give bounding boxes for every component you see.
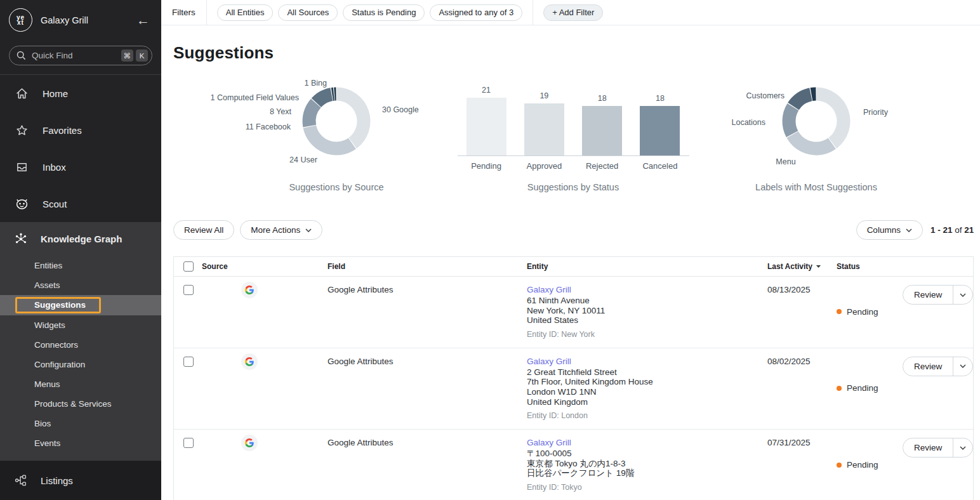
- status-cell: Pending: [837, 277, 894, 348]
- table-row: Google Attributes Galaxy Grill 〒100-0005…: [174, 430, 973, 500]
- knowledge-graph-section: Knowledge Graph EntitiesAssetsSuggestion…: [0, 222, 161, 461]
- donut-slice-other[interactable]: [811, 94, 816, 95]
- filter-chip-assigned-to-any-of-3[interactable]: Assigned to any of 3: [430, 4, 522, 21]
- pagination-of: of: [955, 225, 962, 235]
- address-line: 61 Ninth Avenue: [527, 296, 767, 306]
- sidebar-item-events[interactable]: Events: [0, 433, 161, 453]
- sidebar-item-favorites[interactable]: Favorites: [0, 112, 161, 148]
- sidebar-item-menus[interactable]: Menus: [0, 374, 161, 394]
- field-cell: Google Attributes: [328, 430, 527, 500]
- review-button[interactable]: Review: [903, 438, 953, 457]
- column-header-last-activity[interactable]: Last Activity: [767, 262, 837, 271]
- sidebar-item-widgets[interactable]: Widgets: [0, 315, 161, 335]
- sidebar-item-configuration[interactable]: Configuration: [0, 355, 161, 374]
- sidebar-item-suggestions[interactable]: Suggestions: [0, 295, 161, 315]
- sidebar-item-scout[interactable]: Scout: [0, 185, 161, 222]
- account-name: Galaxy Grill: [41, 15, 136, 25]
- more-actions-button[interactable]: More Actions: [240, 220, 322, 240]
- entity-link[interactable]: Galaxy Grill: [527, 285, 767, 294]
- status-cell: Pending: [837, 348, 894, 429]
- row-checkbox[interactable]: [183, 285, 194, 295]
- sidebar-item-assets[interactable]: Assets: [0, 275, 161, 295]
- address-line: 7th Floor, United Kingdom House: [527, 377, 767, 387]
- sidebar-item-entities[interactable]: Entities: [0, 256, 161, 275]
- status-dot-icon: [837, 463, 842, 468]
- sidebar-item-inbox[interactable]: Inbox: [0, 148, 161, 185]
- sidebar-item-connectors[interactable]: Connectors: [0, 335, 161, 355]
- quick-find-input[interactable]: Quick Find ⌘ K: [9, 46, 152, 65]
- row-checkbox[interactable]: [183, 438, 194, 448]
- donut-label-bing: 1 Bing: [305, 79, 327, 88]
- sidebar-item-label: Favorites: [43, 125, 82, 136]
- sidebar-item-label: Knowledge Graph: [41, 234, 122, 244]
- table-row: Google Attributes Galaxy Grill 61 Ninth …: [174, 277, 973, 348]
- columns-label: Columns: [867, 225, 901, 235]
- review-button[interactable]: Review: [903, 357, 953, 376]
- google-source-icon: [241, 353, 258, 370]
- field-cell: Google Attributes: [328, 348, 527, 429]
- listings-icon: [14, 473, 28, 487]
- review-all-button[interactable]: Review All: [173, 220, 234, 240]
- bar-pending[interactable]: [467, 98, 507, 155]
- donut-slice-user[interactable]: [310, 127, 352, 148]
- donut-slice-menu[interactable]: [793, 135, 832, 148]
- filter-chip-all-sources[interactable]: All Sources: [278, 4, 338, 21]
- suggestions-table: Source Field Entity Last Activity Status…: [173, 256, 974, 500]
- entity-link[interactable]: Galaxy Grill: [527, 357, 767, 366]
- review-dropdown-icon[interactable]: [953, 438, 972, 457]
- row-checkbox[interactable]: [183, 357, 194, 367]
- status-text: Pending: [847, 383, 878, 393]
- entity-address: 61 Ninth AvenueNew York, NY 10011United …: [527, 296, 767, 326]
- columns-button[interactable]: Columns: [856, 220, 923, 240]
- status-text: Pending: [847, 307, 878, 317]
- donut-slice-customers[interactable]: [793, 95, 811, 107]
- pagination-total: 21: [964, 225, 974, 235]
- bar-category-label: Rejected: [586, 161, 618, 171]
- address-line: 2 Great Titchfield Street: [527, 367, 767, 378]
- google-source-icon: [241, 282, 258, 298]
- donut-label-facebook: 11 Facebook: [246, 122, 291, 131]
- sidebar-item-listings[interactable]: Listings: [0, 461, 161, 500]
- sidebar-item-knowledge-graph[interactable]: Knowledge Graph: [0, 222, 161, 256]
- select-all-checkbox[interactable]: [183, 261, 194, 272]
- sidebar-item-products-services[interactable]: Products & Services: [0, 394, 161, 414]
- entity-id: Entity ID: New York: [527, 330, 767, 339]
- review-dropdown-icon[interactable]: [953, 357, 972, 376]
- yext-logo[interactable]: ye xt: [9, 8, 32, 32]
- chevron-down-icon: [305, 228, 312, 232]
- bar-category-label: Canceled: [642, 161, 677, 171]
- sidebar-item-bios[interactable]: Bios: [0, 414, 161, 433]
- add-filter-button[interactable]: + Add Filter: [543, 4, 603, 21]
- address-line: London W1D 1NN: [527, 387, 767, 397]
- entity-address: 2 Great Titchfield Street7th Floor, Unit…: [527, 367, 767, 407]
- bar-rejected[interactable]: [582, 106, 622, 155]
- donut-slice-facebook[interactable]: [309, 103, 316, 126]
- bar-approved[interactable]: [524, 103, 564, 155]
- entity-address: 〒100-0005東京都 Tokyo 丸の内1-8-3日比谷パークフロント 19…: [527, 449, 767, 478]
- table-body: Google Attributes Galaxy Grill 61 Ninth …: [174, 277, 973, 500]
- donut-slice-priority[interactable]: [817, 94, 844, 143]
- k-key: K: [136, 49, 148, 62]
- donut-slice-locations[interactable]: [789, 107, 793, 134]
- collapse-sidebar-icon[interactable]: ←: [136, 13, 150, 28]
- last-activity-cell: 08/02/2025: [767, 348, 837, 429]
- review-button[interactable]: Review: [903, 286, 953, 304]
- field-cell: Google Attributes: [328, 277, 527, 348]
- filter-chips: All EntitiesAll SourcesStatus is Pending…: [207, 4, 533, 21]
- bar-canceled[interactable]: [640, 106, 680, 155]
- filter-chip-status-is-pending[interactable]: Status is Pending: [343, 4, 425, 21]
- sidebar-item-label: Inbox: [43, 162, 66, 173]
- sidebar-item-home[interactable]: Home: [0, 75, 161, 112]
- column-header-entity: Entity: [527, 262, 767, 271]
- chart-caption: Labels with Most Suggestions: [755, 182, 877, 192]
- entity-link[interactable]: Galaxy Grill: [527, 438, 767, 447]
- knowledge-graph-icon: [14, 232, 28, 246]
- table-header-row: Source Field Entity Last Activity Status: [174, 257, 973, 277]
- sidebar-item-label: Home: [43, 88, 68, 99]
- donut-slice-google[interactable]: [337, 94, 364, 143]
- review-dropdown-icon[interactable]: [953, 286, 972, 304]
- address-line: New York, NY 10011: [527, 306, 767, 316]
- donut-slice-yext[interactable]: [316, 95, 331, 103]
- filter-chip-all-entities[interactable]: All Entities: [217, 4, 274, 21]
- sidebar-item-label: Listings: [41, 475, 73, 486]
